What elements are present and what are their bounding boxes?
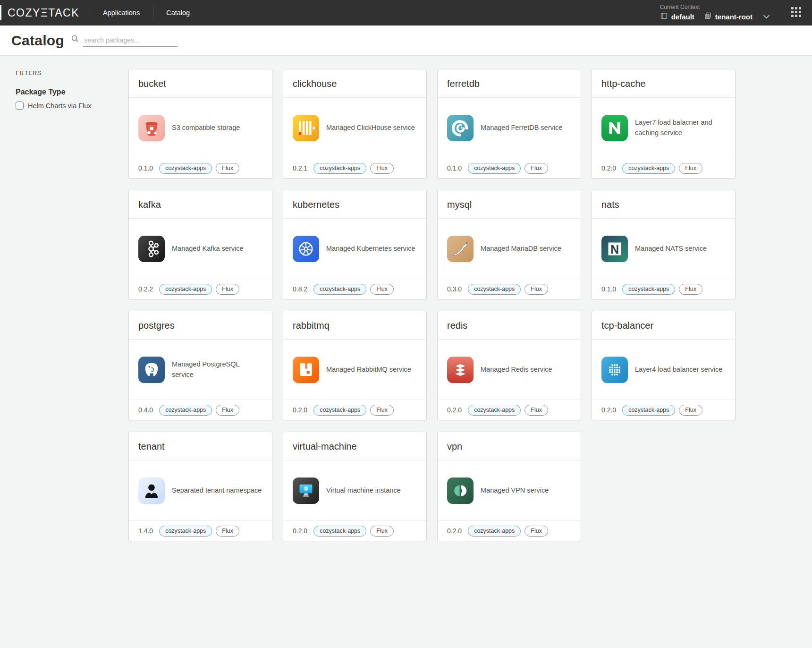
mariadb-seal-icon — [447, 236, 474, 262]
card-kafka[interactable]: kafka Managed Kafka service 0.2.2 cozyst… — [128, 190, 272, 299]
card-tags: cozystack-appsFlux — [313, 526, 394, 537]
tag-flux[interactable]: Flux — [216, 405, 239, 416]
load-balancer-dots-icon — [601, 357, 628, 383]
card-description: Managed NATS service — [635, 244, 707, 254]
tag-flux[interactable]: Flux — [370, 526, 394, 537]
card-bucket[interactable]: bucket S3 compatible storage 0.1.0 cozys… — [128, 69, 272, 179]
card-title: mysql — [438, 190, 581, 219]
tag-cozystack-apps[interactable]: cozystack-apps — [159, 284, 212, 295]
card-version: 0.1.0 — [601, 285, 616, 293]
tag-cozystack-apps[interactable]: cozystack-apps — [468, 526, 521, 537]
card-version: 0.1.0 — [447, 164, 462, 172]
card-version: 0.2.0 — [601, 406, 616, 414]
card-tags: cozystack-appsFlux — [468, 284, 548, 295]
card-tags: cozystack-appsFlux — [313, 405, 394, 416]
tag-flux[interactable]: Flux — [679, 405, 702, 416]
card-tags: cozystack-appsFlux — [468, 163, 548, 174]
tag-flux[interactable]: Flux — [216, 284, 239, 295]
namespace-icon — [704, 12, 712, 22]
tag-cozystack-apps[interactable]: cozystack-apps — [159, 405, 212, 416]
card-version: 0.2.1 — [293, 164, 307, 172]
card-mysql[interactable]: mysql Managed MariaDB service 0.3.0 cozy… — [437, 190, 581, 299]
helm-flux-checkbox[interactable] — [16, 102, 24, 110]
card-title: clickhouse — [283, 69, 426, 98]
card-version: 0.4.0 — [138, 406, 153, 414]
app-grid-icon — [791, 7, 802, 19]
chevron-down-icon[interactable] — [762, 13, 770, 21]
tag-cozystack-apps[interactable]: cozystack-apps — [622, 163, 675, 174]
tag-flux[interactable]: Flux — [679, 284, 702, 295]
card-version: 0.2.0 — [447, 406, 462, 414]
card-description: Layer7 load balacner and caching service — [635, 118, 726, 137]
tag-cozystack-apps[interactable]: cozystack-apps — [159, 526, 212, 537]
filters-heading: FILTERS — [16, 70, 128, 77]
tag-flux[interactable]: Flux — [679, 163, 702, 174]
person-icon — [138, 477, 165, 504]
card-title: http-cache — [592, 69, 735, 98]
app-logo[interactable]: COZYΞTACK — [0, 7, 90, 19]
card-vpn[interactable]: vpn Managed VPN service 0.2.0 cozystack-… — [437, 432, 581, 541]
tag-flux[interactable]: Flux — [216, 526, 239, 537]
tag-cozystack-apps[interactable]: cozystack-apps — [622, 284, 675, 295]
tag-cozystack-apps[interactable]: cozystack-apps — [313, 526, 366, 537]
page-header: Catalog — [0, 26, 812, 56]
main-nav: Applications Catalog — [90, 0, 203, 26]
card-ferretdb[interactable]: ferretdb Managed FerretDB service 0.1.0 … — [437, 69, 581, 179]
card-tags: cozystack-appsFlux — [468, 526, 548, 537]
card-tags: cozystack-appsFlux — [313, 163, 394, 174]
card-http-cache[interactable]: http-cache Layer7 load balacner and cach… — [592, 69, 736, 179]
tag-cozystack-apps[interactable]: cozystack-apps — [468, 163, 521, 174]
tag-flux[interactable]: Flux — [370, 405, 394, 416]
card-tags: cozystack-appsFlux — [159, 163, 239, 174]
context-selector[interactable]: default tenant-root — [660, 12, 770, 22]
context-namespace: tenant-root — [715, 13, 753, 21]
card-tcp-balancer[interactable]: tcp-balancer Layer4 load balancer servic… — [592, 311, 736, 420]
card-clickhouse[interactable]: clickhouse Managed ClickHouse service 0.… — [283, 69, 427, 179]
tag-flux[interactable]: Flux — [524, 405, 548, 416]
context-label: Current Context — [660, 4, 770, 10]
card-postgres[interactable]: postgres Managed PostgreSQL service 0.4.… — [128, 311, 272, 420]
card-description: Managed MariaDB service — [481, 244, 561, 254]
tag-cozystack-apps[interactable]: cozystack-apps — [468, 284, 521, 295]
app-launcher-button[interactable] — [791, 7, 812, 19]
svg-text:N: N — [610, 242, 619, 256]
card-title: postgres — [129, 311, 272, 340]
card-redis[interactable]: redis Managed Redis service 0.2.0 cozyst… — [437, 311, 581, 420]
card-title: vpn — [438, 432, 581, 460]
card-nats[interactable]: nats N Managed NATS service 0.1.0 cozyst… — [592, 190, 736, 299]
tag-flux[interactable]: Flux — [524, 284, 548, 295]
postgresql-elephant-icon — [138, 357, 165, 383]
clickhouse-icon — [293, 115, 319, 141]
card-kubernetes[interactable]: kubernetes Managed Kubernetes service 0.… — [283, 190, 427, 299]
card-description: S3 compatible storage — [172, 123, 240, 133]
card-description: Managed FerretDB service — [481, 123, 562, 133]
card-version: 0.3.0 — [447, 285, 462, 293]
card-virtual-machine[interactable]: virtual-machine Virtual machine instance… — [283, 432, 427, 541]
card-tags: cozystack-appsFlux — [313, 284, 394, 295]
tag-flux[interactable]: Flux — [216, 163, 239, 174]
card-tenant[interactable]: tenant Separated tenant namespace 1.4.0 … — [128, 432, 272, 541]
nginx-icon — [601, 115, 628, 141]
card-version: 0.1.0 — [138, 164, 153, 172]
tag-cozystack-apps[interactable]: cozystack-apps — [468, 405, 521, 416]
tag-flux[interactable]: Flux — [370, 163, 394, 174]
tag-cozystack-apps[interactable]: cozystack-apps — [313, 405, 366, 416]
tag-cozystack-apps[interactable]: cozystack-apps — [159, 163, 212, 174]
nats-icon: N — [601, 236, 628, 262]
search-input[interactable] — [83, 34, 178, 47]
kubernetes-wheel-icon — [293, 236, 319, 262]
tag-cozystack-apps[interactable]: cozystack-apps — [313, 284, 366, 295]
rabbitmq-icon — [293, 357, 319, 383]
tag-flux[interactable]: Flux — [524, 163, 548, 174]
nav-catalog[interactable]: Catalog — [153, 0, 203, 26]
card-description: Managed Kafka service — [172, 244, 244, 254]
card-title: kafka — [129, 190, 272, 219]
tag-cozystack-apps[interactable]: cozystack-apps — [313, 163, 366, 174]
tag-flux[interactable]: Flux — [524, 526, 548, 537]
card-rabbitmq[interactable]: rabbitmq Managed RabbitMQ service 0.2.0 … — [283, 311, 427, 420]
context-cluster: default — [671, 13, 694, 21]
helm-flux-label: Helm Charts via Flux — [28, 102, 92, 110]
tag-flux[interactable]: Flux — [370, 284, 394, 295]
nav-applications[interactable]: Applications — [90, 0, 153, 26]
tag-cozystack-apps[interactable]: cozystack-apps — [622, 405, 675, 416]
